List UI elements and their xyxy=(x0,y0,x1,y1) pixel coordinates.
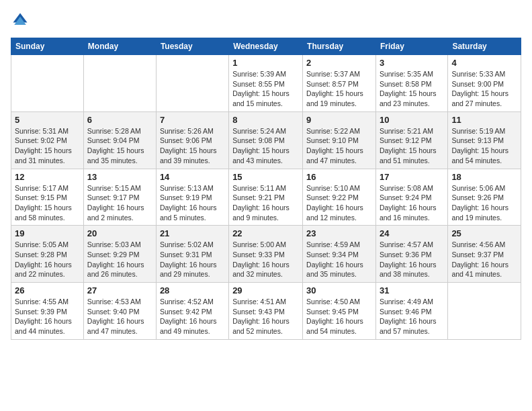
calendar-cell: 2Sunrise: 5:37 AM Sunset: 8:57 PM Daylig… xyxy=(303,55,376,112)
calendar-cell: 23Sunrise: 4:59 AM Sunset: 9:34 PM Dayli… xyxy=(303,226,376,283)
day-info: Sunrise: 5:28 AM Sunset: 9:04 PM Dayligh… xyxy=(87,126,152,166)
calendar-table: SundayMondayTuesdayWednesdayThursdayFrid… xyxy=(11,38,521,340)
day-info: Sunrise: 5:13 AM Sunset: 9:19 PM Dayligh… xyxy=(160,183,225,223)
calendar-week-row: 26Sunrise: 4:55 AM Sunset: 9:39 PM Dayli… xyxy=(11,283,521,340)
calendar-cell: 13Sunrise: 5:15 AM Sunset: 9:17 PM Dayli… xyxy=(83,169,156,226)
day-number: 11 xyxy=(451,115,517,125)
calendar-cell xyxy=(156,55,228,112)
calendar-day-header: Friday xyxy=(375,38,447,55)
day-number: 14 xyxy=(160,172,225,182)
calendar-cell: 1Sunrise: 5:39 AM Sunset: 8:55 PM Daylig… xyxy=(229,55,303,112)
calendar-cell: 30Sunrise: 4:50 AM Sunset: 9:45 PM Dayli… xyxy=(303,283,376,340)
day-info: Sunrise: 4:51 AM Sunset: 9:43 PM Dayligh… xyxy=(232,297,299,336)
day-info: Sunrise: 5:11 AM Sunset: 9:21 PM Dayligh… xyxy=(232,183,299,223)
day-number: 26 xyxy=(15,285,80,295)
day-info: Sunrise: 5:05 AM Sunset: 9:28 PM Dayligh… xyxy=(15,240,80,279)
calendar-cell: 31Sunrise: 4:49 AM Sunset: 9:46 PM Dayli… xyxy=(375,283,447,340)
day-number: 4 xyxy=(451,58,517,68)
calendar-cell xyxy=(11,55,84,112)
calendar-week-row: 5Sunrise: 5:31 AM Sunset: 9:02 PM Daylig… xyxy=(11,111,521,169)
day-number: 18 xyxy=(451,172,517,182)
calendar-cell: 9Sunrise: 5:22 AM Sunset: 9:10 PM Daylig… xyxy=(303,111,376,169)
day-number: 17 xyxy=(380,172,444,182)
day-number: 2 xyxy=(306,58,372,68)
day-info: Sunrise: 5:19 AM Sunset: 9:13 PM Dayligh… xyxy=(451,126,517,166)
day-info: Sunrise: 5:39 AM Sunset: 8:55 PM Dayligh… xyxy=(232,69,299,109)
calendar-cell: 20Sunrise: 5:03 AM Sunset: 9:29 PM Dayli… xyxy=(83,226,156,283)
calendar-day-header: Tuesday xyxy=(156,38,228,55)
calendar-day-header: Sunday xyxy=(11,38,84,55)
day-info: Sunrise: 5:08 AM Sunset: 9:24 PM Dayligh… xyxy=(380,183,444,223)
day-info: Sunrise: 5:17 AM Sunset: 9:15 PM Dayligh… xyxy=(15,183,80,223)
calendar-header-row: SundayMondayTuesdayWednesdayThursdayFrid… xyxy=(11,38,521,55)
day-number: 13 xyxy=(87,172,152,182)
calendar-cell: 12Sunrise: 5:17 AM Sunset: 9:15 PM Dayli… xyxy=(11,169,84,226)
day-info: Sunrise: 5:24 AM Sunset: 9:08 PM Dayligh… xyxy=(232,126,299,166)
calendar-cell: 15Sunrise: 5:11 AM Sunset: 9:21 PM Dayli… xyxy=(229,169,303,226)
day-number: 10 xyxy=(380,115,444,125)
day-info: Sunrise: 5:33 AM Sunset: 9:00 PM Dayligh… xyxy=(451,69,517,109)
day-info: Sunrise: 4:52 AM Sunset: 9:42 PM Dayligh… xyxy=(160,297,225,336)
calendar-cell: 26Sunrise: 4:55 AM Sunset: 9:39 PM Dayli… xyxy=(11,283,84,340)
day-number: 6 xyxy=(87,115,152,125)
day-number: 21 xyxy=(160,228,225,238)
calendar-cell xyxy=(83,55,156,112)
day-info: Sunrise: 4:55 AM Sunset: 9:39 PM Dayligh… xyxy=(15,297,80,336)
calendar-cell: 16Sunrise: 5:10 AM Sunset: 9:22 PM Dayli… xyxy=(303,169,376,226)
calendar-cell: 27Sunrise: 4:53 AM Sunset: 9:40 PM Dayli… xyxy=(83,283,156,340)
day-number: 7 xyxy=(160,115,225,125)
calendar-cell: 4Sunrise: 5:33 AM Sunset: 9:00 PM Daylig… xyxy=(448,55,521,112)
calendar-day-header: Saturday xyxy=(448,38,521,55)
calendar-cell: 17Sunrise: 5:08 AM Sunset: 9:24 PM Dayli… xyxy=(375,169,447,226)
logo xyxy=(11,11,32,30)
calendar-week-row: 1Sunrise: 5:39 AM Sunset: 8:55 PM Daylig… xyxy=(11,55,521,112)
day-number: 3 xyxy=(380,58,444,68)
day-info: Sunrise: 5:31 AM Sunset: 9:02 PM Dayligh… xyxy=(15,126,80,166)
day-number: 16 xyxy=(306,172,372,182)
calendar-cell: 11Sunrise: 5:19 AM Sunset: 9:13 PM Dayli… xyxy=(448,111,521,169)
day-number: 25 xyxy=(451,228,517,238)
calendar-day-header: Monday xyxy=(83,38,156,55)
day-info: Sunrise: 5:10 AM Sunset: 9:22 PM Dayligh… xyxy=(306,183,372,223)
day-number: 5 xyxy=(15,115,80,125)
calendar-day-header: Thursday xyxy=(303,38,376,55)
calendar-cell: 29Sunrise: 4:51 AM Sunset: 9:43 PM Dayli… xyxy=(229,283,303,340)
day-number: 1 xyxy=(232,58,299,68)
day-number: 24 xyxy=(380,228,444,238)
day-info: Sunrise: 5:06 AM Sunset: 9:26 PM Dayligh… xyxy=(451,183,517,223)
day-number: 27 xyxy=(87,285,152,295)
day-number: 15 xyxy=(232,172,299,182)
calendar-cell: 18Sunrise: 5:06 AM Sunset: 9:26 PM Dayli… xyxy=(448,169,521,226)
day-info: Sunrise: 4:56 AM Sunset: 9:37 PM Dayligh… xyxy=(451,240,517,279)
day-info: Sunrise: 5:21 AM Sunset: 9:12 PM Dayligh… xyxy=(380,126,444,166)
calendar-cell: 3Sunrise: 5:35 AM Sunset: 8:58 PM Daylig… xyxy=(375,55,447,112)
page-header xyxy=(11,11,521,30)
logo-icon xyxy=(11,11,30,30)
calendar-cell: 14Sunrise: 5:13 AM Sunset: 9:19 PM Dayli… xyxy=(156,169,228,226)
day-number: 8 xyxy=(232,115,299,125)
calendar-cell: 7Sunrise: 5:26 AM Sunset: 9:06 PM Daylig… xyxy=(156,111,228,169)
day-info: Sunrise: 5:03 AM Sunset: 9:29 PM Dayligh… xyxy=(87,240,152,279)
calendar-cell: 5Sunrise: 5:31 AM Sunset: 9:02 PM Daylig… xyxy=(11,111,84,169)
calendar-cell: 6Sunrise: 5:28 AM Sunset: 9:04 PM Daylig… xyxy=(83,111,156,169)
day-number: 19 xyxy=(15,228,80,238)
day-info: Sunrise: 5:37 AM Sunset: 8:57 PM Dayligh… xyxy=(306,69,372,109)
day-number: 23 xyxy=(306,228,372,238)
calendar-cell: 21Sunrise: 5:02 AM Sunset: 9:31 PM Dayli… xyxy=(156,226,228,283)
day-info: Sunrise: 4:50 AM Sunset: 9:45 PM Dayligh… xyxy=(306,297,372,336)
calendar-week-row: 19Sunrise: 5:05 AM Sunset: 9:28 PM Dayli… xyxy=(11,226,521,283)
calendar-day-header: Wednesday xyxy=(229,38,303,55)
day-info: Sunrise: 4:49 AM Sunset: 9:46 PM Dayligh… xyxy=(380,297,444,336)
day-number: 28 xyxy=(160,285,225,295)
day-info: Sunrise: 4:59 AM Sunset: 9:34 PM Dayligh… xyxy=(306,240,372,279)
day-number: 30 xyxy=(306,285,372,295)
day-info: Sunrise: 5:35 AM Sunset: 8:58 PM Dayligh… xyxy=(380,69,444,109)
calendar-cell: 8Sunrise: 5:24 AM Sunset: 9:08 PM Daylig… xyxy=(229,111,303,169)
calendar-week-row: 12Sunrise: 5:17 AM Sunset: 9:15 PM Dayli… xyxy=(11,169,521,226)
day-number: 20 xyxy=(87,228,152,238)
calendar-cell: 22Sunrise: 5:00 AM Sunset: 9:33 PM Dayli… xyxy=(229,226,303,283)
day-number: 9 xyxy=(306,115,372,125)
day-info: Sunrise: 5:15 AM Sunset: 9:17 PM Dayligh… xyxy=(87,183,152,223)
day-number: 12 xyxy=(15,172,80,182)
calendar-cell: 28Sunrise: 4:52 AM Sunset: 9:42 PM Dayli… xyxy=(156,283,228,340)
